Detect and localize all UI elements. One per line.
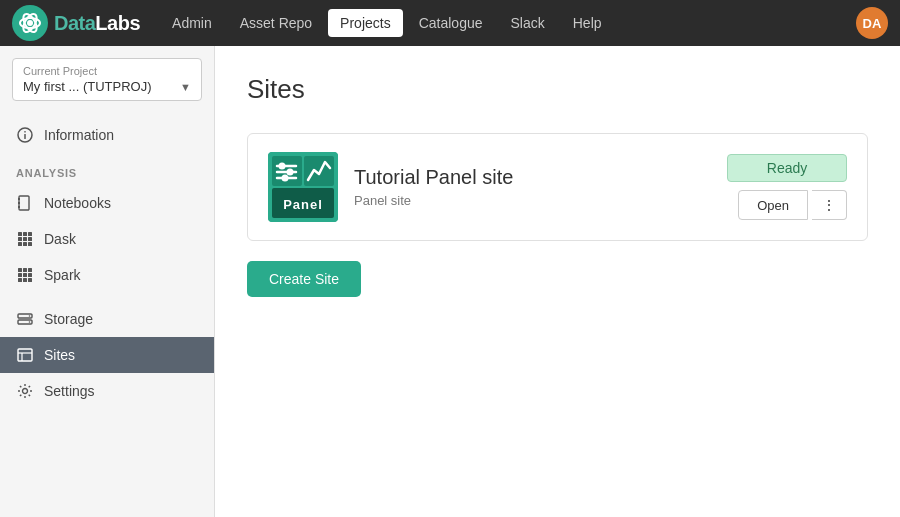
status-badge: Ready: [727, 154, 847, 182]
project-selector-label: Current Project: [23, 65, 191, 77]
svg-point-43: [279, 163, 286, 170]
svg-rect-14: [28, 232, 32, 236]
dask-icon: [16, 230, 34, 248]
sidebar-item-notebooks[interactable]: Notebooks: [0, 185, 214, 221]
app-layout: Current Project My first ... (TUTPROJ) ▼…: [0, 46, 900, 517]
sidebar-item-dask-label: Dask: [44, 231, 76, 247]
site-card-name: Tutorial Panel site: [354, 166, 711, 189]
sidebar-item-settings-label: Settings: [44, 383, 95, 399]
chevron-down-icon: ▼: [180, 81, 191, 93]
svg-rect-26: [28, 273, 32, 277]
svg-point-33: [29, 321, 31, 323]
project-selector-value: My first ... (TUTPROJ) ▼: [23, 79, 191, 94]
svg-text:Panel: Panel: [283, 197, 323, 212]
svg-rect-6: [24, 134, 26, 139]
svg-rect-18: [18, 242, 22, 246]
open-button[interactable]: Open: [738, 190, 808, 220]
svg-rect-8: [19, 196, 29, 210]
sidebar-item-storage[interactable]: Storage: [0, 301, 214, 337]
page-title: Sites: [247, 74, 868, 105]
notebooks-icon: [16, 194, 34, 212]
svg-rect-20: [28, 242, 32, 246]
project-name: My first ... (TUTPROJ): [23, 79, 152, 94]
svg-rect-21: [18, 268, 22, 272]
create-site-button[interactable]: Create Site: [247, 261, 361, 297]
nav-projects[interactable]: Projects: [328, 9, 403, 37]
more-options-button[interactable]: ⋮: [812, 190, 847, 220]
site-card-info: Tutorial Panel site Panel site: [354, 166, 711, 208]
sidebar-item-dask[interactable]: Dask: [0, 221, 214, 257]
user-avatar[interactable]: DA: [856, 7, 888, 39]
sidebar-item-notebooks-label: Notebooks: [44, 195, 111, 211]
logo-text: DataLabs: [54, 12, 140, 35]
svg-rect-10: [18, 202, 20, 204]
datalabs-logo-icon: [12, 5, 48, 41]
nav-help[interactable]: Help: [561, 9, 614, 37]
svg-rect-16: [23, 237, 27, 241]
sidebar-item-information-label: Information: [44, 127, 114, 143]
svg-point-44: [287, 169, 294, 176]
svg-rect-15: [18, 237, 22, 241]
sidebar-item-information[interactable]: Information: [0, 117, 214, 153]
svg-rect-7: [24, 131, 26, 133]
nav-admin[interactable]: Admin: [160, 9, 224, 37]
svg-point-45: [282, 175, 289, 182]
top-navigation: DataLabs Admin Asset Repo Projects Catal…: [0, 0, 900, 46]
info-icon: [16, 126, 34, 144]
nav-asset-repo[interactable]: Asset Repo: [228, 9, 324, 37]
svg-rect-17: [28, 237, 32, 241]
site-card: Panel Tutorial Panel site Panel site Rea…: [247, 133, 868, 241]
nav-catalogue[interactable]: Catalogue: [407, 9, 495, 37]
main-content: Sites: [215, 46, 900, 517]
svg-rect-27: [18, 278, 22, 282]
svg-rect-28: [23, 278, 27, 282]
sidebar-item-sites-label: Sites: [44, 347, 75, 363]
action-buttons: Open ⋮: [738, 190, 847, 220]
sidebar-item-sites[interactable]: Sites: [0, 337, 214, 373]
svg-rect-23: [28, 268, 32, 272]
site-logo: Panel: [268, 152, 338, 222]
svg-rect-29: [28, 278, 32, 282]
sidebar-item-settings[interactable]: Settings: [0, 373, 214, 409]
site-card-actions: Ready Open ⋮: [727, 154, 847, 220]
svg-rect-11: [18, 206, 20, 208]
settings-icon: [16, 382, 34, 400]
svg-rect-13: [23, 232, 27, 236]
spark-icon: [16, 266, 34, 284]
svg-rect-12: [18, 232, 22, 236]
sidebar-item-storage-label: Storage: [44, 311, 93, 327]
sidebar-item-spark[interactable]: Spark: [0, 257, 214, 293]
svg-rect-25: [23, 273, 27, 277]
svg-rect-24: [18, 273, 22, 277]
sites-icon: [16, 346, 34, 364]
logo[interactable]: DataLabs: [12, 5, 140, 41]
svg-point-4: [27, 20, 33, 26]
svg-rect-46: [304, 156, 334, 186]
svg-point-37: [23, 389, 28, 394]
project-selector[interactable]: Current Project My first ... (TUTPROJ) ▼: [12, 58, 202, 101]
sidebar: Current Project My first ... (TUTPROJ) ▼…: [0, 46, 215, 517]
nav-slack[interactable]: Slack: [499, 9, 557, 37]
svg-rect-19: [23, 242, 27, 246]
site-card-type: Panel site: [354, 193, 711, 208]
svg-rect-34: [18, 349, 32, 361]
analysis-section-label: ANALYSIS: [0, 153, 214, 185]
svg-point-32: [29, 315, 31, 317]
svg-rect-9: [18, 198, 20, 200]
svg-rect-22: [23, 268, 27, 272]
storage-icon: [16, 310, 34, 328]
sidebar-item-spark-label: Spark: [44, 267, 81, 283]
